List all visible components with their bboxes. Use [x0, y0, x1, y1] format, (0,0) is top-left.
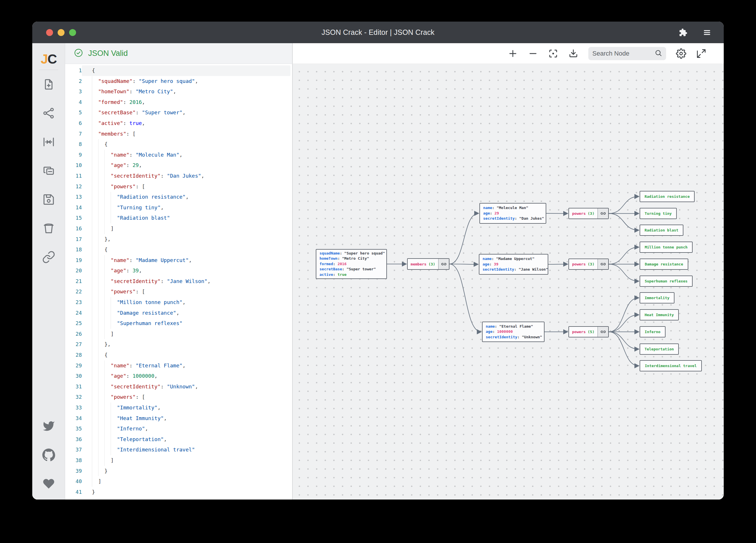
editor-line[interactable]: 38]: [65, 455, 292, 466]
editor-line[interactable]: 17},: [65, 234, 292, 245]
editor-line[interactable]: 39}: [65, 466, 292, 476]
code-text[interactable]: "age": 29,: [82, 160, 292, 171]
editor-line[interactable]: 37"Interdimensional travel": [65, 444, 292, 455]
editor-line[interactable]: 20"age": 39,: [65, 266, 292, 276]
editor-line[interactable]: 41}: [65, 487, 292, 497]
delete-button[interactable]: [32, 215, 65, 243]
graph-node-root[interactable]: squadName: "Super hero squad"homeTown: "…: [316, 249, 387, 279]
editor-line[interactable]: 2"squadName": "Super hero squad",: [65, 76, 292, 87]
editor-line[interactable]: 7"members": [: [65, 129, 292, 139]
graph-canvas[interactable]: squadName: "Super hero squad"homeTown: "…: [292, 64, 724, 499]
graph-node-l2[interactable]: Turning tiny: [640, 208, 677, 219]
editor-line[interactable]: 12"powers": [: [65, 181, 292, 192]
code-text[interactable]: }: [82, 487, 292, 497]
code-text[interactable]: ]: [82, 224, 292, 234]
code-text[interactable]: "active": true,: [82, 118, 292, 129]
menu-hamburger-icon[interactable]: [702, 28, 712, 37]
editor-line[interactable]: 3"homeTown": "Metro City",: [65, 86, 292, 97]
graph-node-m2[interactable]: name: "Madame Uppercut"age: 39secretIden…: [479, 254, 548, 275]
graph-node-l10[interactable]: Teleportation: [640, 343, 679, 355]
graph-node-members[interactable]: members(3): [407, 258, 449, 270]
code-text[interactable]: "formed": 2016,: [82, 97, 292, 108]
editor-line[interactable]: 9"name": "Molecule Man",: [65, 150, 292, 160]
editor-line[interactable]: 23"Million tonne punch",: [65, 297, 292, 308]
zoom-out-button[interactable]: [528, 48, 538, 59]
editor-line[interactable]: 33"Immortality",: [65, 402, 292, 413]
graph-node-l4[interactable]: Million tonne punch: [640, 242, 693, 253]
code-text[interactable]: "Radiation blast": [82, 213, 292, 224]
code-text[interactable]: "Inferno",: [82, 423, 292, 434]
code-text[interactable]: {: [82, 139, 292, 150]
code-text[interactable]: "Heat Immunity",: [82, 413, 292, 424]
code-text[interactable]: ]: [82, 329, 292, 339]
expand-link-icon[interactable]: [598, 259, 608, 269]
graph-node-l6[interactable]: Superhuman reflexes: [640, 275, 693, 287]
editor-line[interactable]: 32"powers": [: [65, 392, 292, 402]
editor-line[interactable]: 18{: [65, 245, 292, 255]
fit-width-button[interactable]: [32, 128, 65, 157]
graph-node-m1[interactable]: name: "Molecule Man"age: 29secretIdentit…: [479, 203, 546, 224]
editor-line[interactable]: 28{: [65, 350, 292, 360]
code-text[interactable]: "squadName": "Super hero squad",: [82, 76, 292, 87]
graph-node-l11[interactable]: Interdimensional travel: [640, 360, 702, 371]
graph-node-p5[interactable]: powers(5): [568, 326, 609, 337]
extension-puzzle-icon[interactable]: [679, 28, 687, 37]
code-text[interactable]: },: [82, 339, 292, 350]
editor-line[interactable]: 36"Teleportation",: [65, 434, 292, 445]
github-link[interactable]: [32, 442, 65, 471]
code-text[interactable]: "secretIdentity": "Jane Wilson",: [82, 276, 292, 287]
editor-line[interactable]: 4"formed": 2016,: [65, 97, 292, 108]
editor-line[interactable]: 5"secretBase": "Super tower",: [65, 107, 292, 118]
json-editor[interactable]: 1{2"squadName": "Super hero squad",3"hom…: [65, 64, 292, 499]
code-text[interactable]: "powers": [: [82, 392, 292, 402]
code-text[interactable]: "age": 1000000,: [82, 371, 292, 381]
editor-line[interactable]: 30"age": 1000000,: [65, 371, 292, 381]
code-text[interactable]: "powers": [: [82, 286, 292, 297]
minimize-button[interactable]: [58, 29, 65, 36]
code-text[interactable]: "powers": [: [82, 181, 292, 192]
editor-line[interactable]: 16]: [65, 224, 292, 234]
editor-line[interactable]: 25"Superhuman reflexes": [65, 318, 292, 329]
code-text[interactable]: }: [82, 466, 292, 476]
editor-line[interactable]: 10"age": 29,: [65, 160, 292, 171]
sponsor-link[interactable]: [32, 471, 65, 499]
graph-node-l7[interactable]: Immortality: [640, 292, 674, 303]
expand-link-icon[interactable]: [438, 259, 449, 269]
editor-line[interactable]: 22"powers": [: [65, 286, 292, 297]
expand-link-icon[interactable]: [598, 209, 608, 219]
code-text[interactable]: "Damage resistance",: [82, 308, 292, 318]
code-text[interactable]: ]: [82, 476, 292, 487]
graph-node-l3[interactable]: Radiation blast: [640, 225, 683, 236]
graph-node-p2[interactable]: powers(3): [568, 259, 609, 270]
code-text[interactable]: "name": "Eternal Flame",: [82, 360, 292, 371]
zoom-button[interactable]: [69, 29, 76, 36]
editor-line[interactable]: 19"name": "Madame Uppercut",: [65, 255, 292, 266]
graph-node-m3[interactable]: name: "Eternal Flame"age: 1000000secretI…: [482, 321, 545, 342]
share-link-button[interactable]: [32, 243, 65, 272]
code-text[interactable]: "Interdimensional travel": [82, 444, 292, 455]
editor-line[interactable]: 21"secretIdentity": "Jane Wilson",: [65, 276, 292, 287]
code-text[interactable]: "Turning tiny",: [82, 203, 292, 213]
settings-button[interactable]: [676, 48, 686, 59]
code-text[interactable]: {: [82, 65, 290, 76]
code-text[interactable]: "secretIdentity": "Dan Jukes",: [82, 171, 292, 181]
code-text[interactable]: "homeTown": "Metro City",: [82, 86, 292, 97]
close-button[interactable]: [46, 29, 53, 36]
graph-node-l8[interactable]: Heat Immunity: [640, 309, 679, 320]
editor-line[interactable]: 8{: [65, 139, 292, 150]
graph-node-p1[interactable]: powers(3): [568, 208, 609, 219]
editor-line[interactable]: 11"secretIdentity": "Dan Jukes",: [65, 171, 292, 181]
code-text[interactable]: "Million tonne punch",: [82, 297, 292, 308]
code-text[interactable]: "Immortality",: [82, 402, 292, 413]
code-text[interactable]: "Superhuman reflexes": [82, 318, 292, 329]
editor-line[interactable]: 27},: [65, 339, 292, 350]
new-document-button[interactable]: [32, 71, 65, 99]
graph-node-l5[interactable]: Damage resistance: [640, 259, 688, 270]
copy-button[interactable]: [32, 157, 65, 186]
editor-line[interactable]: 29"name": "Eternal Flame",: [65, 360, 292, 371]
graph-node-l1[interactable]: Radiation resistance: [640, 191, 695, 202]
fullscreen-button[interactable]: [696, 48, 706, 59]
download-button[interactable]: [568, 48, 579, 59]
editor-line[interactable]: 14"Turning tiny",: [65, 203, 292, 213]
jsoncrack-logo[interactable]: JC: [41, 48, 56, 70]
